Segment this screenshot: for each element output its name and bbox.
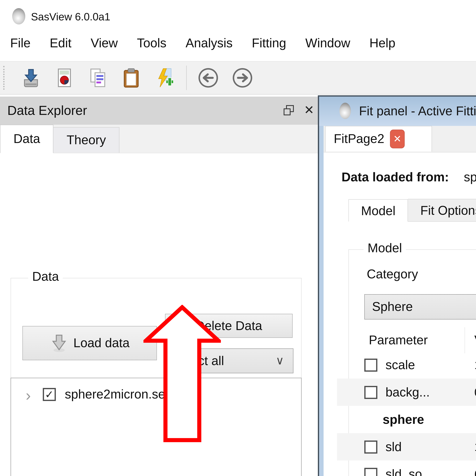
load-data-icon[interactable]	[19, 65, 43, 91]
param-name: scale	[386, 357, 415, 372]
toolbar	[0, 61, 476, 95]
menu-tools[interactable]: Tools	[137, 36, 166, 51]
back-icon[interactable]	[196, 65, 221, 91]
sasview-window: SasView 6.0.0a1 File Edit View Tools Ana…	[0, 0, 476, 476]
report-icon[interactable]	[52, 65, 76, 91]
category-value: Sphere	[372, 300, 413, 314]
fit-section-tabs: Model Fit Options Resolution Po	[348, 199, 476, 222]
fit-panel-title: Fit panel - Active Fitting Optimizer: Le…	[359, 104, 476, 119]
fit-panel-titlebar[interactable]: Fit panel - Active Fitting Optimizer: Le…	[319, 97, 476, 126]
param-checkbox[interactable]	[364, 358, 377, 372]
param-value[interactable]: 6	[474, 467, 476, 476]
annotation-arrow-up-left	[143, 305, 221, 443]
load-data-button[interactable]: Load data	[22, 326, 157, 360]
param-row-scale: scale 1.0 0.0	[337, 351, 476, 379]
data-loaded-value: sphere2micron.ses	[464, 170, 476, 184]
menu-help[interactable]: Help	[369, 36, 395, 51]
close-icon[interactable]: ✕	[304, 103, 314, 117]
param-name: backg...	[386, 385, 430, 400]
tab-fit-options[interactable]: Fit Options	[408, 199, 476, 221]
fit-panel-window: Fit panel - Active Fitting Optimizer: Le…	[318, 95, 476, 476]
data-explorer-header: Data Explorer ✕	[0, 97, 319, 125]
menu-edit[interactable]: Edit	[50, 36, 71, 51]
tab-data[interactable]: Data	[0, 125, 54, 153]
copy-icon[interactable]	[86, 65, 110, 91]
param-value[interactable]: 1	[474, 440, 476, 454]
param-checkbox[interactable]	[364, 440, 377, 453]
param-checkbox[interactable]	[364, 386, 377, 399]
forward-icon[interactable]	[231, 65, 255, 91]
tree-item-checkbox[interactable]: ✓	[43, 388, 56, 401]
category-label: Category	[367, 267, 418, 282]
float-window-icon[interactable]	[282, 104, 295, 117]
col-value: Value	[474, 333, 476, 348]
param-name: sld	[386, 440, 402, 454]
tab-theory[interactable]: Theory	[54, 127, 119, 153]
menu-window[interactable]: Window	[305, 36, 350, 51]
param-row-sld-solvent: sld_so... 6 -∞	[337, 460, 476, 476]
load-data-label: Load data	[73, 336, 130, 350]
data-explorer-tabs: Data Theory	[0, 125, 319, 153]
fitpage2-label: FitPage2	[334, 132, 384, 146]
param-value[interactable]: 0.001	[474, 386, 476, 399]
toolbar-drag-handle[interactable]	[3, 66, 7, 90]
data-groupbox-label: Data	[28, 269, 63, 284]
data-loaded-row: Data loaded from: sphere2micron.ses	[341, 170, 476, 185]
param-section-sphere: sphere	[337, 406, 476, 433]
parameter-table-header: Parameter Value Min	[337, 330, 476, 351]
param-name: sld_so...	[386, 467, 432, 476]
menu-bar: File Edit View Tools Analysis Fitting Wi…	[10, 36, 395, 51]
column-divider	[465, 327, 465, 353]
param-value[interactable]: 1.0	[474, 358, 476, 372]
new-plot-icon[interactable]	[153, 65, 176, 91]
toolbar-separator	[186, 66, 187, 90]
data-loaded-label: Data loaded from:	[341, 170, 449, 184]
fitpage-tabbar: FitPage2 ✕	[323, 126, 476, 153]
fit-panel-icon	[340, 103, 351, 119]
menu-fitting[interactable]: Fitting	[252, 36, 286, 51]
menu-file[interactable]: File	[10, 36, 31, 51]
section-label: sphere	[383, 412, 424, 427]
param-row-background: backg... 0.001 -∞	[337, 379, 476, 406]
fit-panel-body: FitPage2 ✕ Data loaded from: sphere2micr…	[323, 126, 476, 476]
param-checkbox[interactable]	[364, 468, 377, 476]
tab-model[interactable]: Model	[348, 199, 408, 222]
menu-analysis[interactable]: Analysis	[186, 36, 233, 51]
menu-view[interactable]: View	[91, 36, 118, 51]
model-groupbox-label: Model	[363, 241, 406, 255]
download-arrow-icon	[50, 334, 68, 353]
col-parameter: Parameter	[369, 333, 428, 348]
app-icon	[12, 8, 25, 24]
param-row-sld: sld 1 -∞	[337, 433, 476, 460]
chevron-down-icon: ∨	[276, 354, 284, 367]
paste-icon[interactable]	[119, 65, 143, 91]
data-explorer-title: Data Explorer	[7, 103, 87, 118]
close-fitpage2-icon[interactable]: ✕	[390, 130, 405, 148]
category-dropdown[interactable]: Sphere ∨	[364, 294, 476, 320]
window-title: SasView 6.0.0a1	[31, 11, 110, 23]
tab-fitpage2[interactable]: FitPage2 ✕	[325, 126, 432, 152]
expand-chevron-icon[interactable]: ›	[26, 386, 31, 405]
